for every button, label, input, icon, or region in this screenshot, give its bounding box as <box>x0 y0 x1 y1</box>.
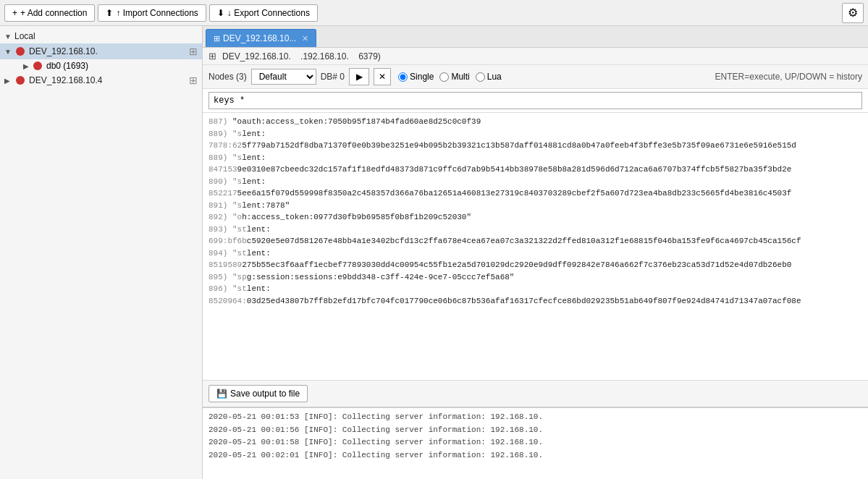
radio-single[interactable]: Single <box>398 72 434 82</box>
tab-dev1[interactable]: ⊞ DEV_192.168.10... ✕ <box>206 29 316 47</box>
output-line: 893) "stlent: <box>208 224 862 236</box>
output-line: 8520964:03d25ed43807b7ff8b2efd17bfc704fc… <box>208 295 862 308</box>
right-panel: ⊞ DEV_192.168.10... ✕ ⊞ DEV_192.168.10. … <box>203 26 868 479</box>
output-scroll[interactable]: 887) "oauth:access_token:7050b95f1874b4f… <box>203 113 868 380</box>
output-content: lent: <box>242 153 266 162</box>
export-icon: ⬇ <box>217 8 224 18</box>
output-line: 887) "oauth:access_token:7050b95f1874b4f… <box>208 116 862 128</box>
tab-close-icon[interactable]: ✕ <box>302 34 308 43</box>
toolbar: + + Add connection ⬆ ↑ Import Connection… <box>0 0 868 26</box>
db0-item[interactable]: ▶ db0 (1693) <box>0 59 202 72</box>
tabs-row: ⊞ DEV_192.168.10... ✕ <box>203 26 868 48</box>
save-row: 💾 Save output to file <box>203 380 868 407</box>
log-area[interactable]: 2020-05-21 00:01:53 [INFO]: Collecting s… <box>203 407 868 479</box>
dev1-icon <box>14 46 26 57</box>
dev2-icon <box>14 75 26 86</box>
radio-multi-input[interactable] <box>439 72 449 82</box>
radio-lua-label: Lua <box>487 72 502 82</box>
output-content: "oauth:access_token:7050b95f1874b4fad60a… <box>227 117 481 126</box>
output-line: 8522175ee6a15f079d559998f8350a2c458357d3… <box>208 187 862 200</box>
output-line: 891) "slent:7878" <box>208 200 862 212</box>
output-num: 889) "s <box>208 130 242 138</box>
output-line: 7878:625f779ab7152df8dba71370f0e0b39be32… <box>208 140 862 152</box>
output-num: 7878:62 <box>208 141 242 150</box>
clear-icon: ✕ <box>379 72 386 82</box>
conn-grid-icon: ⊞ <box>208 51 216 62</box>
query-bar: Nodes (3) Default db0 db1 DB# 0 ▶ ✕ Sing… <box>203 65 868 89</box>
sidebar-item-dev1[interactable]: ▼ DEV_192.168.10. ⊞ <box>0 43 202 59</box>
radio-lua[interactable]: Lua <box>476 72 502 82</box>
output-num: 887) <box>208 117 227 126</box>
output-content: lent: <box>247 284 271 293</box>
output-line: 8519589275b55ec3f6aaff1ecbef77893030dd4c… <box>208 259 862 271</box>
dev2-arrow: ▶ <box>4 77 14 85</box>
output-num: 895) "sp <box>208 273 247 281</box>
local-label: Local <box>14 31 198 41</box>
log-line: 2020-05-21 00:02:01 [INFO]: Collecting s… <box>208 449 862 462</box>
output-content: 5f779ab7152df8dba71370f0e0b39be3251e94b0… <box>242 141 796 150</box>
output-num: 892) "o <box>208 213 242 221</box>
gear-icon: ⚙ <box>848 6 858 20</box>
radio-group: Single Multi Lua <box>398 72 502 82</box>
radio-multi-label: Multi <box>451 72 469 82</box>
db-select[interactable]: Default db0 db1 <box>251 69 316 85</box>
output-content: 5ee6a15f079d559998f8350a2c458357d366a76b… <box>237 189 792 198</box>
local-arrow: ▼ <box>4 33 14 41</box>
output-line: 895) "spg:session:sessions:e9bdd348-c3ff… <box>208 271 862 284</box>
db0-arrow: ▶ <box>23 62 33 70</box>
save-icon: 💾 <box>216 389 227 399</box>
conn-text: DEV_192.168.10. .192.168.10. 6379) <box>222 51 381 62</box>
dev2-grid-icon: ⊞ <box>189 75 198 86</box>
dev1-grid-icon: ⊞ <box>189 46 198 57</box>
output-content: c5920e5e07d581267e48bb4a1e3402bcfd13c2ff… <box>247 237 801 245</box>
tab-grid-icon: ⊞ <box>214 34 220 43</box>
output-content: 03d25ed43807b7ff8b2efd17bfc704fc017790ce… <box>247 297 801 305</box>
output-line: 889) "slent: <box>208 152 862 164</box>
output-content: 9e0310e87cbeedc32dc157af1f18edfd48373d87… <box>237 165 792 174</box>
run-icon: ▶ <box>356 72 363 82</box>
local-group[interactable]: ▼ Local <box>0 29 202 43</box>
dev1-arrow: ▼ <box>4 48 14 56</box>
output-line: 890) "slent: <box>208 176 862 188</box>
log-line: 2020-05-21 00:01:58 [INFO]: Collecting s… <box>208 436 862 449</box>
output-content: h:access_token:0977d30fb9b69585f0b8f1b20… <box>242 213 471 221</box>
output-content: lent: <box>247 249 271 258</box>
input-row <box>203 89 868 113</box>
output-num: 896) "st <box>208 284 247 293</box>
output-num: 852217 <box>208 189 237 198</box>
output-line: 8471539e0310e87cbeedc32dc157af1f18edfd48… <box>208 164 862 176</box>
command-input[interactable] <box>208 92 862 109</box>
output-content: 275b55ec3f6aaff1ecbef77893030dd4c00954c5… <box>242 260 791 269</box>
radio-single-input[interactable] <box>398 72 408 82</box>
output-line: 894) "stlent: <box>208 247 862 260</box>
nodes-label: Nodes (3) <box>208 72 247 82</box>
add-connection-label: + Add connection <box>20 8 87 18</box>
save-output-button[interactable]: 💾 Save output to file <box>208 385 308 402</box>
radio-lua-input[interactable] <box>476 72 485 82</box>
output-content: lent: <box>242 177 266 186</box>
radio-single-label: Single <box>410 72 434 82</box>
log-line: 2020-05-21 00:01:56 [INFO]: Collecting s… <box>208 424 862 437</box>
clear-button[interactable]: ✕ <box>374 68 391 85</box>
output-line: 892) "oh:access_token:0977d30fb9b69585f0… <box>208 211 862 224</box>
export-connections-button[interactable]: ⬇ ↓ Export Connections <box>209 4 318 22</box>
output-num: 893) "st <box>208 225 247 234</box>
settings-button[interactable]: ⚙ <box>842 3 864 23</box>
db-num-label: DB# 0 <box>321 72 345 82</box>
import-connections-button[interactable]: ⬆ ↑ Import Connections <box>98 4 206 22</box>
output-content: lent: <box>242 130 266 138</box>
dev1-label: DEV_192.168.10. <box>29 46 189 56</box>
output-num: 890) "s <box>208 177 242 186</box>
tab-label: DEV_192.168.10... <box>223 33 296 43</box>
add-connection-button[interactable]: + + Add connection <box>4 4 95 22</box>
output-num: 8520964: <box>208 297 247 305</box>
import-icon: ⬆ <box>106 8 113 18</box>
output-area: 887) "oauth:access_token:7050b95f1874b4f… <box>203 113 868 380</box>
run-button[interactable]: ▶ <box>349 68 369 85</box>
sidebar-item-dev2[interactable]: ▶ DEV_192.168.10.4 ⊞ <box>0 72 202 88</box>
main-layout: ▼ Local ▼ DEV_192.168.10. ⊞ ▶ db0 (1693)… <box>0 26 868 479</box>
output-num: 889) "s <box>208 153 242 162</box>
output-line: 889) "slent: <box>208 128 862 140</box>
save-label: Save output to file <box>230 389 300 399</box>
radio-multi[interactable]: Multi <box>439 72 469 82</box>
